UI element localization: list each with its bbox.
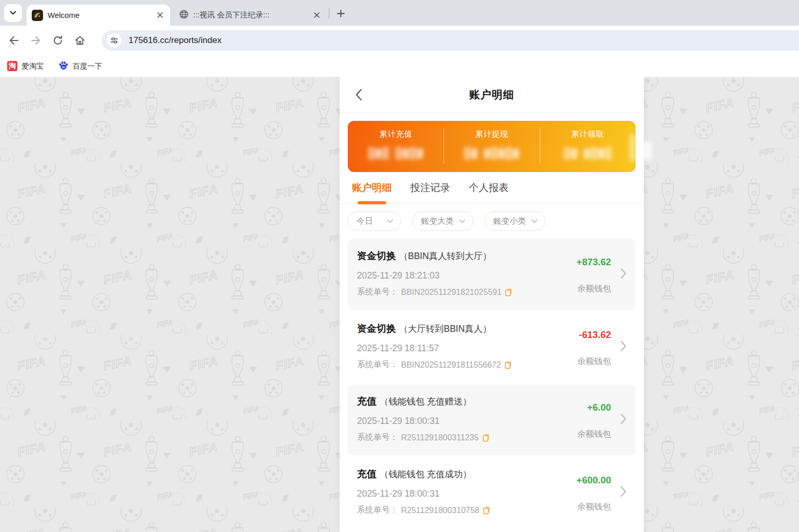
chevron-right-icon[interactable] — [620, 268, 626, 279]
transaction-type: 资金切换 — [357, 250, 396, 261]
order-label: 系统单号： — [357, 359, 398, 370]
tune-icon — [110, 36, 118, 45]
stat-label: 累计充值 — [348, 129, 444, 140]
transaction-amount: +600.00 — [577, 475, 611, 486]
bookmark-label: 爱淘宝 — [22, 61, 44, 71]
tab-close-icon[interactable] — [155, 10, 165, 20]
page-title: 账户明细 — [469, 88, 514, 102]
account-detail-panel: 账户明细 累计充值 累计提现 累计领取 账户明细投注记录个人报表 今日 账变大类… — [340, 77, 644, 532]
chevron-down-icon — [459, 219, 466, 223]
stat-label: 累计提现 — [444, 129, 539, 140]
tab-divider — [329, 8, 329, 18]
totals-card: 累计充值 累计提现 累计领取 — [348, 121, 636, 172]
tab-title: Welcome — [48, 11, 155, 19]
plus-icon — [337, 10, 345, 17]
baidu-paw-icon: du — [58, 60, 69, 72]
stat-column: 累计提现 — [444, 121, 539, 172]
transaction-row[interactable]: 资金切换（大厅转到BBIN真人） 2025-11-29 18:11:57 系统单… — [348, 312, 636, 382]
filter-label: 账变小类 — [493, 216, 526, 227]
stat-column: 累计充值 — [348, 121, 444, 172]
stat-column: 累计领取 — [540, 121, 636, 172]
tab-search-button[interactable] — [4, 4, 22, 22]
reload-icon — [52, 35, 64, 46]
wallet-label: 余额钱包 — [577, 356, 611, 367]
back-button[interactable] — [5, 32, 23, 49]
taobao-icon: 淘 — [7, 61, 17, 71]
tab-close-icon[interactable] — [311, 10, 322, 20]
transaction-detail: （BBIN真人转到大厅） — [399, 251, 492, 261]
new-tab-button[interactable] — [333, 6, 348, 21]
chevron-right-icon[interactable] — [620, 413, 626, 424]
transaction-detail: （钱能钱包 充值成功） — [380, 469, 472, 479]
order-number: BBIN202511291811556672 — [401, 360, 501, 370]
transaction-amount: +873.62 — [577, 257, 611, 268]
transaction-amount: -613.62 — [579, 329, 611, 341]
forward-button[interactable] — [27, 32, 45, 49]
reload-button[interactable] — [49, 32, 67, 49]
globe-icon — [179, 10, 188, 20]
url-text[interactable]: 175616.cc/reports/index — [129, 35, 221, 46]
transaction-row[interactable]: 充值（钱能钱包 充值成功） 2025-11-29 18:00:31 系统单号：R… — [348, 457, 636, 528]
copy-icon[interactable] — [482, 506, 491, 515]
filter-label: 账变大类 — [421, 216, 454, 227]
site-settings-button[interactable] — [107, 33, 121, 48]
transaction-row[interactable]: 资金切换（BBIN真人转到大厅） 2025-11-29 18:21:03 系统单… — [348, 239, 636, 310]
section-tab[interactable]: 投注记录 — [410, 181, 450, 203]
page-background: FIFA FIFA — [0, 77, 799, 532]
censored-value — [540, 146, 636, 160]
transaction-time: 2025-11-29 18:11:57 — [357, 343, 626, 354]
forward-arrow-icon — [30, 35, 41, 46]
order-number: BBIN202511291821025591 — [401, 288, 501, 297]
transaction-row[interactable]: 充值（钱能钱包 充值赠送） 2025-11-29 18:00:31 系统单号：R… — [348, 385, 636, 455]
filter-label: 今日 — [356, 216, 373, 227]
home-icon — [74, 35, 86, 46]
copy-icon[interactable] — [504, 360, 513, 369]
censored-value — [444, 146, 539, 160]
chevron-down-icon — [10, 11, 16, 15]
chevron-down-icon — [531, 219, 538, 223]
stat-label: 累计领取 — [540, 129, 636, 140]
order-label: 系统单号： — [357, 287, 398, 297]
copy-icon[interactable] — [482, 433, 491, 442]
tab-title: :::视讯 会员下注纪录::: — [193, 10, 311, 20]
filter-dropdown[interactable]: 账变大类 — [412, 211, 473, 231]
transaction-type: 资金切换 — [357, 323, 396, 334]
browser-toolbar: 175616.cc/reports/index — [0, 26, 799, 55]
transaction-type: 充值 — [357, 469, 376, 479]
wallet-label: 余额钱包 — [577, 283, 611, 294]
back-arrow-icon — [8, 35, 19, 46]
filter-row: 今日 账变大类 账变小类 — [340, 204, 644, 238]
censored-edge — [629, 134, 636, 161]
order-number: R2511291800310758 — [401, 506, 479, 515]
home-button[interactable] — [71, 32, 89, 49]
transaction-time: 2025-11-29 18:00:31 — [357, 416, 626, 427]
transaction-detail: （大厅转到BBIN真人） — [399, 324, 492, 334]
transaction-type: 充值 — [357, 396, 376, 407]
bookmark-baidu[interactable]: du 百度一下 — [58, 60, 102, 72]
bookmark-aitaobao[interactable]: 淘 爱淘宝 — [7, 61, 44, 71]
tab-strip: Welcome :::视讯 会员下注纪录::: — [0, 0, 799, 26]
chevron-right-icon[interactable] — [620, 341, 626, 352]
svg-text:du: du — [61, 66, 66, 69]
tab-welcome[interactable]: Welcome — [27, 5, 170, 26]
site-favicon — [32, 10, 43, 21]
filter-dropdown[interactable]: 账变小类 — [485, 211, 545, 231]
wallet-label: 余额钱包 — [577, 501, 611, 513]
copy-icon[interactable] — [504, 288, 513, 296]
censored-value — [348, 146, 444, 160]
filter-dropdown[interactable]: 今日 — [348, 211, 401, 231]
section-tab[interactable]: 账户明细 — [352, 181, 392, 203]
panel-header: 账户明细 — [340, 77, 644, 113]
bookmarks-bar: 淘 爱淘宝 du 百度一下 — [0, 55, 799, 77]
chevron-right-icon[interactable] — [620, 486, 626, 497]
transaction-list: 资金切换（BBIN真人转到大厅） 2025-11-29 18:21:03 系统单… — [340, 238, 644, 528]
section-tab[interactable]: 个人报表 — [469, 181, 509, 203]
order-label: 系统单号： — [357, 432, 398, 443]
transaction-amount: +6.00 — [587, 402, 611, 413]
transaction-time: 2025-11-29 18:21:03 — [357, 270, 626, 281]
address-bar[interactable]: 175616.cc/reports/index — [102, 30, 799, 51]
transaction-detail: （钱能钱包 充值赠送） — [380, 396, 472, 407]
order-number: R2511291800311235 — [401, 433, 479, 442]
tab-betting-records[interactable]: :::视讯 会员下注纪录::: — [174, 5, 327, 26]
page-back-button[interactable] — [355, 77, 362, 113]
